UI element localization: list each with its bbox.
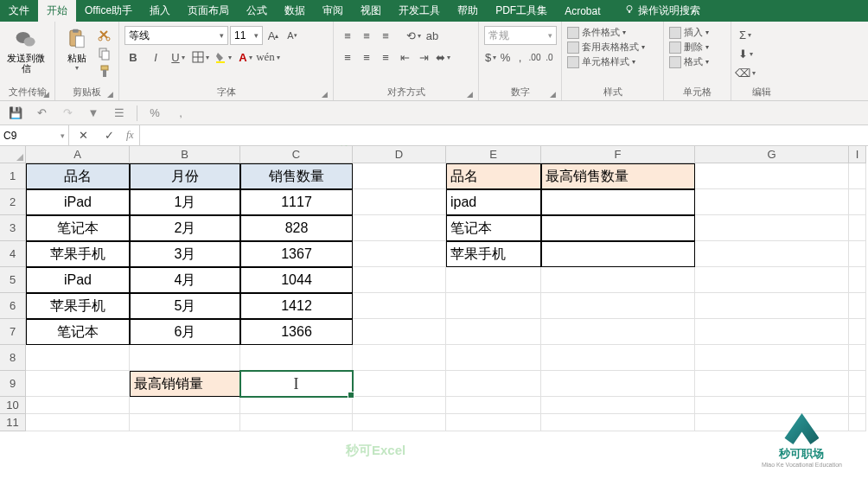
- comma-style-button[interactable]: ,: [514, 48, 527, 66]
- insert-cells-button[interactable]: 插入▾: [669, 26, 725, 39]
- cell-F10[interactable]: [541, 397, 695, 414]
- cell-I4[interactable]: [849, 241, 866, 267]
- cell-C5[interactable]: 1044: [240, 267, 353, 293]
- cell-B9[interactable]: 最高销销量: [130, 371, 240, 397]
- cell-G9[interactable]: [695, 371, 849, 397]
- cell-E1[interactable]: 品名: [446, 163, 541, 189]
- paste-button[interactable]: 粘贴 ▾: [61, 23, 93, 73]
- cell-I7[interactable]: [849, 319, 866, 345]
- cell-C7[interactable]: 1366: [240, 319, 353, 345]
- tab-acrobat[interactable]: Acrobat: [556, 0, 609, 22]
- cell-F2[interactable]: [541, 189, 695, 215]
- number-format-select[interactable]: 常规▾: [484, 26, 557, 45]
- cell-A8[interactable]: [26, 345, 130, 371]
- cell-B6[interactable]: 5月: [130, 293, 240, 319]
- name-box[interactable]: C9▾: [0, 125, 69, 145]
- dialog-launcher-icon[interactable]: ◢: [322, 90, 328, 99]
- col-header-G[interactable]: G: [695, 146, 849, 163]
- font-size-select[interactable]: 11▾: [230, 26, 263, 45]
- cell-G3[interactable]: [695, 215, 849, 241]
- cell-I2[interactable]: [849, 189, 866, 215]
- cell-G1[interactable]: [695, 163, 849, 189]
- cell-I3[interactable]: [849, 215, 866, 241]
- tab-home[interactable]: 开始: [38, 0, 76, 22]
- cell-D4[interactable]: [353, 241, 446, 267]
- row-header-10[interactable]: 10: [0, 397, 26, 414]
- cell-F5[interactable]: [541, 267, 695, 293]
- cell-D9[interactable]: [353, 371, 446, 397]
- cell-F4[interactable]: [541, 241, 695, 267]
- cell-B2[interactable]: 1月: [130, 189, 240, 215]
- cell-E9[interactable]: [446, 371, 541, 397]
- cell-B10[interactable]: [130, 397, 240, 414]
- cell-B7[interactable]: 6月: [130, 319, 240, 345]
- cell-I10[interactable]: [849, 397, 866, 414]
- tab-developer[interactable]: 开发工具: [390, 0, 449, 22]
- cell-G10[interactable]: [695, 397, 849, 414]
- delete-cells-button[interactable]: 删除▾: [669, 41, 725, 54]
- cell-I5[interactable]: [849, 267, 866, 293]
- filter-button[interactable]: ▼: [85, 105, 102, 122]
- decrease-indent-button[interactable]: ⇤: [396, 48, 413, 66]
- align-top-button[interactable]: ≡: [339, 27, 356, 44]
- cell-I1[interactable]: [849, 163, 866, 189]
- cell-D6[interactable]: [353, 293, 446, 319]
- dialog-launcher-icon[interactable]: ◢: [467, 90, 473, 99]
- cell-D7[interactable]: [353, 319, 446, 345]
- cell-B3[interactable]: 2月: [130, 215, 240, 241]
- redo-button[interactable]: ↷: [59, 105, 76, 122]
- align-middle-button[interactable]: ≡: [358, 27, 375, 44]
- cell-A1[interactable]: 品名: [26, 163, 130, 189]
- align-center-button[interactable]: ≡: [358, 48, 375, 66]
- decrease-decimal-button[interactable]: .0: [543, 48, 556, 66]
- fx-button[interactable]: fx: [126, 129, 134, 142]
- cell-E4[interactable]: 苹果手机: [446, 241, 541, 267]
- cell-C10[interactable]: [240, 397, 353, 414]
- tab-data[interactable]: 数据: [276, 0, 314, 22]
- col-header-C[interactable]: C: [240, 146, 353, 163]
- cell-I11[interactable]: [849, 414, 866, 431]
- format-cells-button[interactable]: 格式▾: [669, 55, 725, 68]
- align-right-button[interactable]: ≡: [377, 48, 394, 66]
- cell-D8[interactable]: [353, 345, 446, 371]
- phonetic-button[interactable]: wén: [259, 48, 277, 66]
- cell-F3[interactable]: [541, 215, 695, 241]
- col-header-D[interactable]: D: [353, 146, 446, 163]
- tab-pdf-tools[interactable]: PDF工具集: [487, 0, 556, 22]
- autosum-button[interactable]: Σ: [737, 26, 754, 43]
- align-left-button[interactable]: ≡: [339, 48, 356, 66]
- cell-F8[interactable]: [541, 345, 695, 371]
- send-to-wechat-button[interactable]: 发送到微信: [5, 23, 47, 73]
- border-button[interactable]: [192, 48, 209, 66]
- tab-view[interactable]: 视图: [352, 0, 390, 22]
- bold-button[interactable]: B: [124, 48, 142, 66]
- row-header-5[interactable]: 5: [0, 267, 26, 293]
- percent-qat-button[interactable]: %: [146, 105, 163, 122]
- format-as-table-button[interactable]: 套用表格格式▾: [567, 41, 658, 54]
- cell-I8[interactable]: [849, 345, 866, 371]
- tab-file[interactable]: 文件: [0, 0, 38, 22]
- row-header-1[interactable]: 1: [0, 163, 26, 189]
- fill-button[interactable]: ⬇: [737, 45, 754, 62]
- tab-formula[interactable]: 公式: [238, 0, 276, 22]
- select-all-corner[interactable]: [0, 146, 26, 163]
- row-header-7[interactable]: 7: [0, 319, 26, 345]
- tab-help[interactable]: 帮助: [449, 0, 487, 22]
- row-header-9[interactable]: 9: [0, 371, 26, 397]
- cell-G6[interactable]: [695, 293, 849, 319]
- increase-indent-button[interactable]: ⇥: [415, 48, 432, 66]
- cell-E7[interactable]: [446, 319, 541, 345]
- cell-A3[interactable]: 笔记本: [26, 215, 130, 241]
- cell-D11[interactable]: [353, 414, 446, 431]
- cell-D2[interactable]: [353, 189, 446, 215]
- cell-D1[interactable]: [353, 163, 446, 189]
- row-header-4[interactable]: 4: [0, 241, 26, 267]
- tab-insert[interactable]: 插入: [141, 0, 179, 22]
- cell-G8[interactable]: [695, 345, 849, 371]
- cell-C1[interactable]: 销售数量: [240, 163, 353, 189]
- cell-E3[interactable]: 笔记本: [446, 215, 541, 241]
- conditional-format-button[interactable]: 条件格式▾: [567, 26, 658, 39]
- font-name-select[interactable]: 等线▾: [124, 26, 228, 45]
- col-header-I[interactable]: I: [849, 146, 866, 163]
- italic-button[interactable]: I: [147, 48, 164, 66]
